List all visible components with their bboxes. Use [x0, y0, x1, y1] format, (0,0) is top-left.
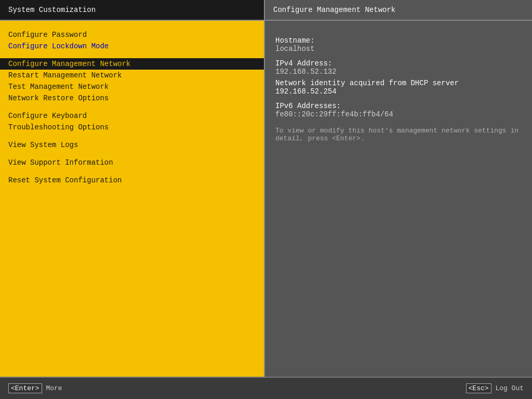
left-panel-title: System Customization: [0, 0, 265, 20]
ipv4-value: 192.168.52.132: [275, 68, 522, 76]
menu-item-reset-system-configuration[interactable]: Reset System Configuration: [0, 175, 264, 186]
menu-spacer: [0, 151, 264, 157]
menu-spacer: [0, 104, 264, 110]
menu-item-view-system-logs[interactable]: View System Logs: [0, 139, 264, 151]
menu-item-view-support-information[interactable]: View Support Information: [0, 157, 264, 168]
ipv6-label: IPv6 Addresses:: [275, 102, 522, 110]
enter-action[interactable]: <Enter> More: [8, 384, 62, 392]
menu-item-network-restore-options[interactable]: Network Restore Options: [0, 92, 264, 104]
hostname-block: Hostname: localhost: [275, 36, 522, 53]
bottom-action-bar: <Enter> More <Esc> Log Out: [0, 377, 532, 399]
menu-list: Configure PasswordConfigure Lockdown Mod…: [0, 29, 264, 186]
menu-item-configure-lockdown[interactable]: Configure Lockdown Mode: [0, 41, 264, 52]
hostname-label: Hostname:: [275, 36, 522, 45]
configure-management-network-title: Configure Management Network: [273, 6, 395, 14]
menu-spacer: [0, 168, 264, 175]
enter-action-label: More: [46, 384, 62, 392]
ipv6-block: IPv6 Addresses: fe80::20c:29ff:fe4b:ffb4…: [275, 102, 522, 118]
dhcp-note: Network identity acquired from DHCP serv…: [275, 79, 522, 96]
description-text: To view or modify this host’s management…: [275, 127, 522, 142]
menu-spacer: [0, 52, 264, 58]
ipv6-value: fe80::20c:29ff:fe4b:ffb4/64: [275, 110, 522, 118]
esc-key: <Esc>: [466, 383, 491, 393]
ipv4-block: IPv4 Address: 192.168.52.132 Network ide…: [275, 59, 522, 96]
menu-spacer: [0, 133, 264, 139]
esc-action-label: Log Out: [495, 384, 524, 392]
right-panel-title: Configure Management Network: [265, 0, 532, 20]
hostname-value: localhost: [275, 45, 522, 53]
ipv4-label: IPv4 Address:: [275, 59, 522, 68]
left-menu-panel: Configure PasswordConfigure Lockdown Mod…: [0, 21, 265, 377]
bottom-left-actions: <Enter> More: [8, 384, 466, 392]
menu-item-restart-management-network[interactable]: Restart Management Network: [0, 70, 264, 81]
bottom-right-actions: <Esc> Log Out: [466, 384, 524, 392]
right-info-panel: Hostname: localhost IPv4 Address: 192.16…: [265, 21, 532, 377]
menu-item-configure-management-network[interactable]: Configure Management Network: [0, 58, 264, 70]
menu-item-test-management-network[interactable]: Test Management Network: [0, 81, 264, 92]
esc-action[interactable]: <Esc> Log Out: [466, 384, 524, 392]
menu-item-configure-password[interactable]: Configure Password: [0, 29, 264, 41]
system-customization-title: System Customization: [8, 6, 96, 14]
menu-item-configure-keyboard[interactable]: Configure Keyboard: [0, 110, 264, 122]
menu-item-troubleshooting-options[interactable]: Troubleshooting Options: [0, 122, 264, 133]
enter-key: <Enter>: [8, 383, 42, 393]
